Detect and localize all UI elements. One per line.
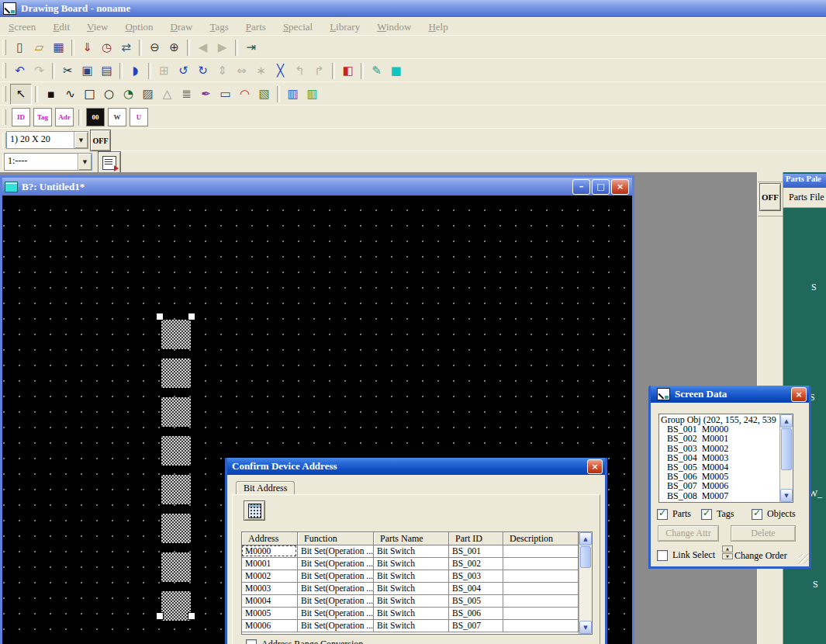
table-cell[interactable]: Bit Set(Operation ... [298, 545, 374, 558]
palette-off-button[interactable]: OFF [759, 183, 781, 211]
zoom-in-button[interactable]: ⊕ [164, 38, 184, 57]
change-attr-button[interactable]: Change Attr [658, 525, 719, 542]
flip-vertical-button[interactable]: ⇕ [213, 61, 232, 80]
address-keypad-button[interactable] [244, 500, 265, 521]
part-3d-switch-button[interactable]: ▥ [302, 85, 322, 103]
table-cell[interactable]: M0006 [242, 620, 298, 632]
polyline-tool-button[interactable]: ∿ [60, 85, 80, 103]
link-select-checkbox[interactable] [657, 550, 668, 561]
column-header[interactable]: Description [503, 532, 579, 545]
table-cell[interactable]: M0002 [242, 570, 298, 583]
scroll-down-icon[interactable]: ▼ [780, 489, 793, 502]
shrink-button[interactable]: ∗ [251, 61, 271, 80]
drawing-window-titlebar[interactable]: B?: Untitled1* – □ × [2, 178, 632, 196]
table-cell[interactable]: BS_001 [449, 545, 503, 558]
table-row[interactable]: M0006Bit Set(Operation ...Bit SwitchBS_0… [242, 620, 579, 632]
image-tool-button[interactable]: ▧ [254, 85, 274, 103]
undo-button[interactable]: ↶ [10, 61, 29, 80]
scroll-thumb[interactable] [781, 428, 792, 470]
table-cell[interactable]: Bit Set(Operation ... [298, 570, 374, 583]
bit-switch-part-bs_008[interactable] [161, 591, 191, 621]
bit-switch-part-bs_007[interactable] [161, 552, 191, 582]
table-cell[interactable] [503, 558, 579, 570]
scale-tool-button[interactable]: ≣ [177, 85, 196, 103]
bring-to-front-button[interactable]: ↰ [290, 61, 309, 80]
eraser-button[interactable]: ◗ [126, 61, 145, 80]
table-cell[interactable]: M0000 [242, 545, 298, 558]
state-combo[interactable]: 1:---- ▼ [4, 153, 92, 171]
text-box-tool-button[interactable]: ▭ [216, 85, 235, 103]
toolbar-gripper[interactable] [2, 109, 6, 125]
table-scrollbar[interactable]: ▲ ▼ [579, 532, 592, 634]
show-address-button[interactable]: Adr [55, 108, 74, 126]
menu-screen[interactable]: Screen [0, 19, 44, 35]
list-item[interactable]: BS_003 M0002 [659, 444, 779, 453]
menu-library[interactable]: Library [321, 19, 368, 35]
table-cell[interactable]: BS_006 [449, 608, 503, 620]
address-range-conversion[interactable]: Address Range Conversion [246, 639, 363, 644]
screen-object-list[interactable]: Group Obj (202, 155, 242, 539BS_001 M000… [658, 414, 793, 503]
select-tool-button[interactable]: ↖ [10, 84, 32, 105]
toolbar-gripper[interactable] [2, 63, 6, 78]
table-cell[interactable]: M0004 [242, 595, 298, 608]
objects-checkbox[interactable] [752, 509, 762, 520]
selection-handle[interactable] [188, 612, 195, 620]
show-pattern-button[interactable]: 00 [86, 108, 105, 126]
palette-part-label[interactable]: S [811, 282, 817, 293]
ellipse-tool-button[interactable]: ○ [99, 85, 119, 103]
redo-button[interactable]: ↷ [29, 61, 49, 80]
menu-tags[interactable]: Tags [201, 19, 237, 35]
menu-parts[interactable]: Parts [237, 19, 275, 35]
fill-tool-button[interactable]: ▨ [138, 85, 157, 103]
save-file-button[interactable]: ▦ [49, 38, 68, 57]
pie-tool-button[interactable]: ◔ [119, 85, 138, 103]
change-order-spinner[interactable]: ▲ ▼ [722, 545, 733, 559]
close-icon[interactable]: × [587, 459, 603, 474]
bit-switch-part-bs_001[interactable] [161, 320, 191, 349]
table-cell[interactable]: Bit Set(Operation ... [298, 595, 374, 608]
toolbar-gripper[interactable] [2, 86, 6, 102]
parts-palette-titlebar[interactable]: Parts Pale [783, 174, 826, 188]
cut-button[interactable]: ✂ [58, 61, 78, 80]
table-cell[interactable]: Bit Switch [374, 558, 449, 570]
selection-handle[interactable] [156, 313, 164, 320]
marker-tool-button[interactable]: ✒ [196, 85, 216, 103]
state-check-button[interactable]: ✎ [367, 61, 386, 80]
table-cell[interactable]: M0001 [242, 558, 298, 570]
chevron-down-icon[interactable]: ▼ [78, 154, 92, 170]
delete-button[interactable]: Delete [731, 525, 796, 542]
flip-horizontal-button[interactable]: ⇔ [232, 61, 251, 80]
table-cell[interactable]: M0003 [242, 583, 298, 595]
table-cell[interactable] [503, 583, 579, 595]
next-screen-button[interactable]: ▶ [213, 38, 232, 57]
table-row[interactable]: M0003Bit Set(Operation ...Bit SwitchBS_0… [242, 583, 579, 595]
table-cell[interactable]: Bit Switch [374, 595, 449, 608]
table-cell[interactable] [503, 620, 579, 632]
previous-screen-button[interactable]: ◀ [193, 38, 213, 57]
table-row[interactable]: M0001Bit Set(Operation ...Bit SwitchBS_0… [242, 558, 579, 570]
show-part-id-button[interactable]: ID [12, 108, 30, 126]
screen-data-titlebar[interactable]: Screen Data × [651, 386, 809, 403]
menu-draw[interactable]: Draw [162, 19, 202, 35]
table-cell[interactable]: M0005 [242, 608, 298, 620]
column-header[interactable]: Part ID [449, 532, 503, 545]
scroll-up-icon[interactable]: ▲ [780, 414, 793, 428]
table-row[interactable]: M0002Bit Set(Operation ...Bit SwitchBS_0… [242, 570, 579, 583]
close-icon[interactable]: × [791, 387, 807, 402]
table-row[interactable]: M0000Bit Set(Operation ...Bit SwitchBS_0… [242, 545, 579, 558]
dialog-titlebar[interactable]: Confirm Device Address × [227, 458, 605, 475]
selection-handle[interactable] [156, 612, 164, 620]
bit-switch-part-bs_002[interactable] [161, 358, 191, 388]
copy-button[interactable]: ▣ [78, 61, 97, 80]
send-to-back-button[interactable]: ↱ [309, 61, 329, 80]
table-cell[interactable]: Bit Switch [374, 608, 449, 620]
spin-down-icon[interactable]: ▼ [722, 553, 733, 560]
screen-size-combo[interactable]: 1) 20 X 20 ▼ [6, 131, 88, 149]
show-u-mark-button[interactable]: U [130, 108, 148, 126]
new-file-button[interactable]: ▯ [10, 38, 29, 57]
menu-option[interactable]: Option [116, 19, 161, 35]
parts-file-header[interactable]: Parts File [783, 188, 826, 208]
column-header[interactable]: Parts Name [374, 532, 449, 545]
table-cell[interactable] [503, 570, 579, 583]
chevron-down-icon[interactable]: ▼ [74, 132, 88, 148]
